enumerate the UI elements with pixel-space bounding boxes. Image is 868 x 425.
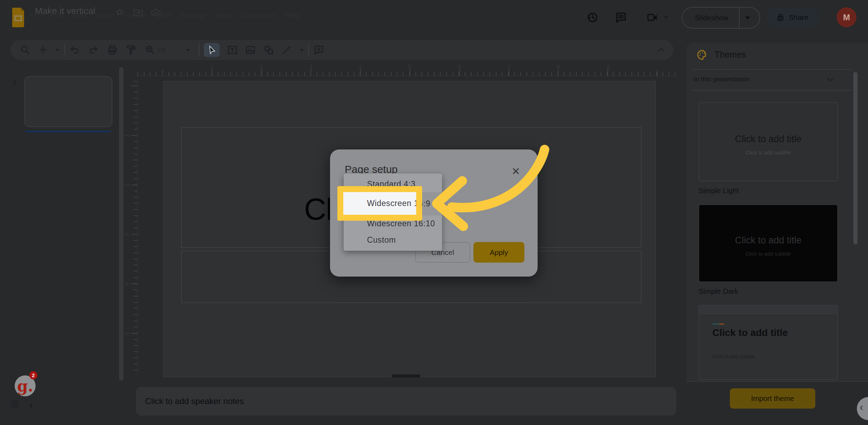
menu-format[interactable]: Format bbox=[123, 11, 147, 20]
panel-scrollbar[interactable] bbox=[853, 72, 858, 244]
select-tool-icon[interactable] bbox=[204, 43, 220, 57]
theme-preview-subtitle: Click to add subtitle bbox=[699, 149, 837, 155]
menu-view[interactable]: View bbox=[72, 11, 87, 20]
slide-number: 1 bbox=[13, 78, 17, 87]
theme-accent-dash bbox=[712, 323, 719, 325]
theme-preview-title: Click to add title bbox=[699, 235, 837, 246]
redo-icon[interactable] bbox=[88, 44, 99, 56]
themes-panel: Themes ✕ In this presentation Click to a… bbox=[687, 43, 868, 382]
theme-preview-title: Click to add title bbox=[712, 327, 788, 338]
slideshow-button[interactable]: Slideshow bbox=[682, 7, 760, 29]
theme-accent-dash bbox=[719, 323, 724, 325]
guidde-watermark-logo[interactable]: g. 2 bbox=[15, 375, 36, 396]
panel-collapse-handle[interactable]: ‹ bbox=[857, 397, 868, 420]
slide-thumbnail[interactable] bbox=[24, 76, 112, 127]
camera-dropdown-caret[interactable] bbox=[664, 16, 668, 19]
search-menus-icon[interactable] bbox=[20, 44, 31, 56]
section-chevron-down-icon[interactable] bbox=[825, 75, 835, 85]
themes-close-icon[interactable]: ✕ bbox=[836, 51, 844, 60]
main-toolbar: Fit bbox=[10, 40, 673, 60]
palette-icon bbox=[696, 49, 708, 61]
insert-line-icon[interactable] bbox=[281, 44, 292, 56]
speaker-notes-placeholder: Click to add speaker notes bbox=[145, 396, 244, 406]
apply-button[interactable]: Apply bbox=[473, 242, 524, 263]
import-theme-label: Import theme bbox=[751, 394, 794, 403]
guidde-logo-text: g. bbox=[17, 377, 33, 395]
avatar[interactable]: M bbox=[837, 7, 856, 27]
menu-help[interactable]: Help bbox=[285, 11, 300, 20]
speaker-notes-input[interactable]: Click to add speaker notes bbox=[136, 387, 676, 416]
avatar-initial: M bbox=[843, 13, 850, 22]
in-this-presentation-label[interactable]: In this presentation bbox=[694, 75, 750, 83]
slideshow-dropdown-caret[interactable] bbox=[745, 16, 750, 20]
highlighted-option-window[interactable]: Widescreen 16:9 bbox=[343, 192, 416, 215]
theme-name-label: Simple Light bbox=[698, 186, 739, 195]
chevron-left-icon: ‹ bbox=[860, 401, 863, 413]
zoom-fit-caret[interactable] bbox=[186, 49, 190, 51]
theme-name-label: Simple Dark bbox=[698, 287, 738, 295]
menu-bar: File Edit View Insert Format Slide Arran… bbox=[30, 11, 300, 20]
paint-format-icon[interactable] bbox=[126, 44, 137, 56]
notification-badge: 2 bbox=[29, 371, 37, 379]
theme-preview-subtitle: Click to add subtitle bbox=[699, 251, 837, 257]
top-bar: Make it vertical File Edit View Insert F… bbox=[0, 0, 868, 35]
theme-card-third[interactable]: Click to add title Click to add subtitle bbox=[698, 305, 838, 380]
notes-resize-handle[interactable] bbox=[392, 374, 420, 378]
toolbar-separator bbox=[64, 43, 65, 57]
theme-preview-header-strip bbox=[699, 306, 837, 314]
insert-image-icon[interactable] bbox=[245, 44, 256, 56]
comments-icon[interactable] bbox=[615, 11, 627, 24]
share-label: Share bbox=[789, 13, 808, 22]
version-history-icon[interactable] bbox=[586, 11, 599, 24]
grid-view-icon[interactable] bbox=[10, 400, 19, 408]
filmstrip-scrollbar[interactable] bbox=[119, 67, 124, 381]
slide-selected-indicator bbox=[25, 131, 111, 132]
undo-icon[interactable] bbox=[69, 44, 80, 56]
panel-divider bbox=[692, 90, 852, 91]
import-theme-button[interactable]: Import theme bbox=[730, 388, 815, 409]
filmstrip-collapse-icon[interactable]: ‹ bbox=[29, 399, 33, 411]
add-comment-icon[interactable] bbox=[313, 44, 324, 56]
menu-edit[interactable]: Edit bbox=[50, 11, 63, 20]
theme-card-simple-dark[interactable]: Click to add title Click to add subtitle bbox=[698, 204, 838, 282]
insert-line-caret[interactable] bbox=[300, 49, 304, 51]
highlight-ring: Widescreen 16:9 bbox=[337, 186, 422, 221]
panel-divider bbox=[692, 69, 852, 70]
zoom-icon[interactable] bbox=[144, 44, 156, 56]
slideshow-label: Slideshow bbox=[695, 14, 728, 22]
menu-arrange[interactable]: Arrange bbox=[180, 11, 206, 20]
panel-bottom-border bbox=[687, 381, 868, 382]
menu-extensions[interactable]: Extensions bbox=[241, 11, 277, 20]
meet-camera-icon[interactable] bbox=[646, 12, 659, 23]
menu-tools[interactable]: Tools bbox=[215, 11, 232, 20]
insert-shape-icon[interactable] bbox=[263, 44, 274, 56]
toolbar-separator bbox=[308, 43, 309, 57]
new-slide-button[interactable] bbox=[38, 45, 48, 55]
toolbar-separator bbox=[199, 43, 200, 57]
slides-logo-icon[interactable] bbox=[12, 8, 24, 27]
menu-insert[interactable]: Insert bbox=[96, 11, 114, 20]
print-icon[interactable] bbox=[107, 44, 118, 56]
theme-preview-subtitle: Click to add subtitle bbox=[712, 354, 755, 359]
callout-arrow bbox=[427, 136, 553, 237]
share-button[interactable]: Share bbox=[766, 7, 820, 28]
menu-slide[interactable]: Slide bbox=[155, 11, 171, 20]
theme-card-simple-light[interactable]: Click to add title Click to add subtitle bbox=[698, 102, 838, 181]
theme-preview-title: Click to add title bbox=[699, 134, 837, 145]
slideshow-split-divider bbox=[739, 8, 740, 28]
new-slide-caret[interactable] bbox=[55, 49, 59, 51]
zoom-fit-select[interactable]: Fit bbox=[158, 46, 165, 54]
menu-file[interactable]: File bbox=[30, 11, 42, 20]
toolbar-collapse-icon[interactable] bbox=[655, 44, 667, 56]
themes-panel-title: Themes bbox=[714, 50, 746, 60]
text-box-icon[interactable] bbox=[227, 44, 238, 56]
